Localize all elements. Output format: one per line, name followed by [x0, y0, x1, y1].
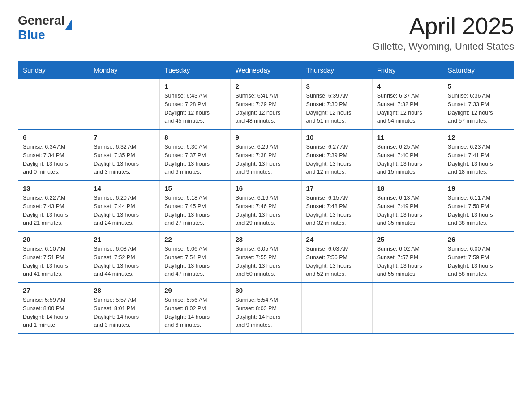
- calendar-day-header: Saturday: [443, 62, 514, 79]
- day-info: Sunrise: 6:25 AM Sunset: 7:40 PM Dayligh…: [377, 143, 438, 176]
- day-info: Sunrise: 6:16 AM Sunset: 7:46 PM Dayligh…: [235, 194, 296, 227]
- calendar-cell: 27Sunrise: 5:59 AM Sunset: 8:00 PM Dayli…: [18, 283, 89, 334]
- calendar-week-row: 1Sunrise: 6:43 AM Sunset: 7:28 PM Daylig…: [18, 79, 514, 130]
- calendar-cell: 22Sunrise: 6:06 AM Sunset: 7:54 PM Dayli…: [160, 231, 231, 283]
- day-info: Sunrise: 6:41 AM Sunset: 7:29 PM Dayligh…: [235, 92, 296, 125]
- day-info: Sunrise: 6:11 AM Sunset: 7:50 PM Dayligh…: [448, 194, 509, 227]
- day-info: Sunrise: 6:00 AM Sunset: 7:59 PM Dayligh…: [448, 245, 509, 278]
- day-number: 30: [235, 287, 296, 294]
- day-info: Sunrise: 6:02 AM Sunset: 7:57 PM Dayligh…: [377, 245, 438, 278]
- day-number: 16: [235, 184, 296, 192]
- calendar-cell: 12Sunrise: 6:23 AM Sunset: 7:41 PM Dayli…: [443, 129, 514, 180]
- calendar-week-row: 20Sunrise: 6:10 AM Sunset: 7:51 PM Dayli…: [18, 231, 514, 283]
- month-title: April 2025: [373, 13, 515, 39]
- calendar-cell: 30Sunrise: 5:54 AM Sunset: 8:03 PM Dayli…: [231, 283, 301, 334]
- title-section: April 2025 Gillette, Wyoming, United Sta…: [373, 13, 515, 52]
- day-number: 20: [23, 235, 84, 243]
- calendar-cell: [443, 283, 514, 334]
- calendar-cell: 3Sunrise: 6:39 AM Sunset: 7:30 PM Daylig…: [301, 79, 372, 130]
- day-info: Sunrise: 6:34 AM Sunset: 7:34 PM Dayligh…: [23, 143, 84, 176]
- day-info: Sunrise: 6:37 AM Sunset: 7:32 PM Dayligh…: [377, 92, 438, 125]
- calendar-cell: 15Sunrise: 6:18 AM Sunset: 7:45 PM Dayli…: [160, 180, 231, 231]
- day-number: 24: [306, 235, 368, 243]
- day-info: Sunrise: 6:05 AM Sunset: 7:55 PM Dayligh…: [235, 245, 296, 278]
- calendar-cell: 20Sunrise: 6:10 AM Sunset: 7:51 PM Dayli…: [18, 231, 89, 283]
- calendar-cell: 19Sunrise: 6:11 AM Sunset: 7:50 PM Dayli…: [443, 180, 514, 231]
- day-number: 15: [164, 184, 226, 192]
- calendar-cell: 18Sunrise: 6:13 AM Sunset: 7:49 PM Dayli…: [372, 180, 443, 231]
- day-number: 29: [164, 287, 226, 294]
- calendar-header-row: SundayMondayTuesdayWednesdayThursdayFrid…: [18, 62, 514, 79]
- day-number: 9: [235, 133, 296, 141]
- day-info: Sunrise: 6:30 AM Sunset: 7:37 PM Dayligh…: [164, 143, 226, 176]
- day-info: Sunrise: 6:39 AM Sunset: 7:30 PM Dayligh…: [306, 92, 368, 125]
- day-info: Sunrise: 6:18 AM Sunset: 7:45 PM Dayligh…: [164, 194, 226, 227]
- calendar-week-row: 6Sunrise: 6:34 AM Sunset: 7:34 PM Daylig…: [18, 129, 514, 180]
- calendar-cell: 10Sunrise: 6:27 AM Sunset: 7:39 PM Dayli…: [301, 129, 372, 180]
- day-info: Sunrise: 6:43 AM Sunset: 7:28 PM Dayligh…: [164, 92, 226, 125]
- day-number: 5: [448, 82, 509, 90]
- day-info: Sunrise: 6:06 AM Sunset: 7:54 PM Dayligh…: [164, 245, 226, 278]
- day-number: 26: [448, 235, 509, 243]
- page-header: General Blue April 2025 Gillette, Wyomin…: [18, 13, 514, 52]
- day-info: Sunrise: 6:27 AM Sunset: 7:39 PM Dayligh…: [306, 143, 368, 176]
- day-info: Sunrise: 6:22 AM Sunset: 7:43 PM Dayligh…: [23, 194, 84, 227]
- calendar-cell: 8Sunrise: 6:30 AM Sunset: 7:37 PM Daylig…: [160, 129, 231, 180]
- calendar-week-row: 13Sunrise: 6:22 AM Sunset: 7:43 PM Dayli…: [18, 180, 514, 231]
- calendar-day-header: Thursday: [301, 62, 372, 79]
- calendar-cell: 29Sunrise: 5:56 AM Sunset: 8:02 PM Dayli…: [160, 283, 231, 334]
- day-info: Sunrise: 5:56 AM Sunset: 8:02 PM Dayligh…: [164, 296, 226, 330]
- calendar-cell: [18, 79, 89, 130]
- calendar-cell: 9Sunrise: 6:29 AM Sunset: 7:38 PM Daylig…: [231, 129, 301, 180]
- calendar-cell: 24Sunrise: 6:03 AM Sunset: 7:56 PM Dayli…: [301, 231, 372, 283]
- calendar-cell: 11Sunrise: 6:25 AM Sunset: 7:40 PM Dayli…: [372, 129, 443, 180]
- calendar-cell: 5Sunrise: 6:36 AM Sunset: 7:33 PM Daylig…: [443, 79, 514, 130]
- calendar-cell: [372, 283, 443, 334]
- logo-general-text: General: [18, 13, 64, 28]
- day-info: Sunrise: 6:23 AM Sunset: 7:41 PM Dayligh…: [448, 143, 509, 176]
- day-number: 12: [448, 133, 509, 141]
- day-info: Sunrise: 6:08 AM Sunset: 7:52 PM Dayligh…: [94, 245, 155, 278]
- day-number: 28: [94, 287, 155, 294]
- day-info: Sunrise: 5:57 AM Sunset: 8:01 PM Dayligh…: [94, 296, 155, 330]
- calendar-cell: 14Sunrise: 6:20 AM Sunset: 7:44 PM Dayli…: [89, 180, 160, 231]
- calendar-day-header: Monday: [89, 62, 160, 79]
- calendar-cell: 6Sunrise: 6:34 AM Sunset: 7:34 PM Daylig…: [18, 129, 89, 180]
- day-number: 3: [306, 82, 368, 90]
- day-number: 1: [164, 82, 226, 90]
- calendar-table: SundayMondayTuesdayWednesdayThursdayFrid…: [18, 61, 514, 334]
- calendar-day-header: Sunday: [18, 62, 89, 79]
- calendar-cell: 17Sunrise: 6:15 AM Sunset: 7:48 PM Dayli…: [301, 180, 372, 231]
- day-number: 14: [94, 184, 155, 192]
- day-info: Sunrise: 6:32 AM Sunset: 7:35 PM Dayligh…: [94, 143, 155, 176]
- day-info: Sunrise: 5:54 AM Sunset: 8:03 PM Dayligh…: [235, 296, 296, 330]
- calendar-cell: 25Sunrise: 6:02 AM Sunset: 7:57 PM Dayli…: [372, 231, 443, 283]
- calendar-cell: 7Sunrise: 6:32 AM Sunset: 7:35 PM Daylig…: [89, 129, 160, 180]
- day-number: 27: [23, 287, 84, 294]
- day-number: 23: [235, 235, 296, 243]
- logo-blue-text: Blue: [18, 28, 72, 42]
- day-number: 7: [94, 133, 155, 141]
- calendar-day-header: Friday: [372, 62, 443, 79]
- day-number: 22: [164, 235, 226, 243]
- day-number: 25: [377, 235, 438, 243]
- calendar-cell: 28Sunrise: 5:57 AM Sunset: 8:01 PM Dayli…: [89, 283, 160, 334]
- day-number: 6: [23, 133, 84, 141]
- day-number: 4: [377, 82, 438, 90]
- logo: General Blue: [18, 13, 72, 42]
- calendar-cell: [89, 79, 160, 130]
- day-number: 8: [164, 133, 226, 141]
- calendar-day-header: Wednesday: [231, 62, 301, 79]
- calendar-cell: 13Sunrise: 6:22 AM Sunset: 7:43 PM Dayli…: [18, 180, 89, 231]
- calendar-cell: [301, 283, 372, 334]
- calendar-cell: 2Sunrise: 6:41 AM Sunset: 7:29 PM Daylig…: [231, 79, 301, 130]
- day-info: Sunrise: 6:36 AM Sunset: 7:33 PM Dayligh…: [448, 92, 509, 125]
- calendar-cell: 21Sunrise: 6:08 AM Sunset: 7:52 PM Dayli…: [89, 231, 160, 283]
- day-number: 18: [377, 184, 438, 192]
- day-number: 19: [448, 184, 509, 192]
- day-info: Sunrise: 6:10 AM Sunset: 7:51 PM Dayligh…: [23, 245, 84, 278]
- day-info: Sunrise: 5:59 AM Sunset: 8:00 PM Dayligh…: [23, 296, 84, 330]
- day-number: 2: [235, 82, 296, 90]
- day-info: Sunrise: 6:15 AM Sunset: 7:48 PM Dayligh…: [306, 194, 368, 227]
- calendar-cell: 4Sunrise: 6:37 AM Sunset: 7:32 PM Daylig…: [372, 79, 443, 130]
